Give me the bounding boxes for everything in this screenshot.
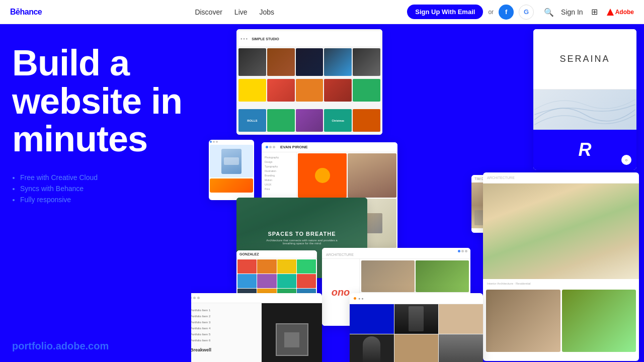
dark-artwork-preview	[262, 303, 322, 362]
seraina-text: SERAINA	[559, 54, 610, 64]
hero-bullets: Free with Creative Cloud Syncs with Beha…	[12, 173, 213, 204]
phone-mockup-card[interactable]	[209, 140, 254, 200]
portfolio-cards-area: ● ● ● SIMPLE STUDIO	[191, 24, 644, 362]
fashion-photography-card[interactable]: ● ●	[350, 293, 483, 362]
gonzalez-header: GONZALEZ	[236, 250, 317, 258]
adobe-logo: Adobe	[607, 9, 634, 16]
evan-sidebar-text: PhotographyDesignTypographyIllustrationB…	[265, 155, 293, 192]
seraina-r-logo: R	[579, 139, 592, 160]
portfolio-url[interactable]: portfolio.adobe.com	[12, 340, 109, 352]
nav-live[interactable]: Live	[234, 8, 248, 16]
spaces-title: SPACES TO BREATHE	[268, 231, 336, 237]
spaces-subtitle: Architecture that connects with nature a…	[264, 239, 340, 245]
hero-section: Build a website in minutes Free with Cre…	[12, 44, 213, 207]
evan-header: EVAN PIRONE	[262, 142, 397, 152]
architecture-right-card[interactable]: ARCHITECTURE Interior Architecture · Res…	[483, 172, 639, 361]
nav-jobs[interactable]: Jobs	[260, 8, 275, 16]
svg-marker-0	[607, 9, 614, 16]
seraina-circle: ○	[621, 155, 631, 165]
portfolio-list-card[interactable]: Portfolio Item 1Portfolio Item 2Portfoli…	[191, 293, 322, 362]
main-content: Build a website in minutes Free with Cre…	[0, 24, 644, 362]
hero-title: Build a website in minutes	[12, 44, 213, 158]
arch-middle: Interior Architecture · Residential	[483, 279, 639, 288]
arch-header: ARCHITECTURE	[483, 172, 639, 184]
bullet-2[interactable]: Syncs with Behance	[20, 185, 213, 193]
topo-lines	[533, 89, 636, 130]
or-label: or	[488, 9, 494, 16]
arch-main-image	[483, 184, 639, 279]
google-signup-button[interactable]: G	[519, 5, 534, 20]
books-portfolio-card[interactable]: ● ● ● SIMPLE STUDIO	[236, 29, 382, 135]
arch-bottom	[483, 288, 639, 353]
facebook-signup-button[interactable]: f	[499, 5, 514, 20]
signup-button[interactable]: Sign Up With Email	[407, 5, 483, 19]
nav-links: Discover Live Jobs	[62, 8, 407, 16]
fashion-grid	[350, 304, 483, 362]
bullet-3[interactable]: Fully responsive	[20, 196, 213, 204]
portfolio-list-content: Portfolio Item 1Portfolio Item 2Portfoli…	[191, 303, 262, 362]
signin-link[interactable]: Sign In	[561, 8, 583, 16]
evan-name: EVAN PIRONE	[280, 145, 308, 149]
bullet-1[interactable]: Free with Creative Cloud	[20, 173, 213, 182]
navbar: Bēhance Discover Live Jobs Sign Up With …	[0, 0, 644, 24]
search-icon[interactable]: 🔍	[544, 8, 553, 17]
behance-logo[interactable]: Bēhance	[10, 8, 42, 17]
seraina-card[interactable]: SERAINA R ○	[533, 29, 636, 170]
grid-icon[interactable]: ⊞	[591, 7, 598, 17]
nav-actions: Sign Up With Email or f G 🔍 Sign In ⊞ Ad…	[407, 5, 634, 20]
nav-discover[interactable]: Discover	[195, 8, 222, 16]
adobe-icon	[607, 9, 614, 16]
ono-logo: ono	[332, 287, 350, 298]
fashion-header: ● ●	[350, 293, 483, 304]
